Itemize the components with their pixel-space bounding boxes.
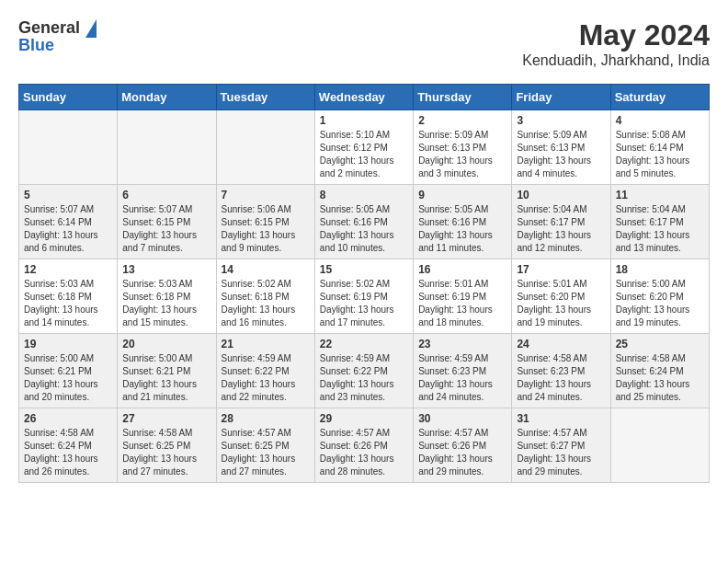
table-row: 11Sunrise: 5:04 AMSunset: 6:17 PMDayligh… [610,185,709,259]
calendar-week-row: 12Sunrise: 5:03 AMSunset: 6:18 PMDayligh… [19,259,710,334]
day-number: 6 [122,189,210,201]
logo: General Blue [18,18,97,55]
table-row [610,408,709,483]
table-row: 16Sunrise: 5:01 AMSunset: 6:19 PMDayligh… [414,259,512,334]
day-info: Sunrise: 4:57 AMSunset: 6:25 PMDaylight:… [222,427,310,478]
day-info: Sunrise: 4:57 AMSunset: 6:26 PMDaylight:… [418,427,506,478]
day-number: 4 [616,114,704,127]
day-info: Sunrise: 5:02 AMSunset: 6:18 PMDaylight:… [222,278,310,329]
table-row: 5Sunrise: 5:07 AMSunset: 6:14 PMDaylight… [19,185,118,259]
day-number: 1 [320,114,408,127]
table-row: 15Sunrise: 5:02 AMSunset: 6:19 PMDayligh… [314,259,413,334]
day-info: Sunrise: 5:07 AMSunset: 6:14 PMDaylight:… [24,203,112,255]
table-row: 18Sunrise: 5:00 AMSunset: 6:20 PMDayligh… [610,259,709,334]
table-row: 14Sunrise: 5:02 AMSunset: 6:18 PMDayligh… [216,259,314,334]
day-number: 23 [418,338,506,350]
table-row: 12Sunrise: 5:03 AMSunset: 6:18 PMDayligh… [19,259,118,334]
header-sunday: Sunday [19,85,118,110]
day-number: 9 [418,189,506,201]
day-info: Sunrise: 5:01 AMSunset: 6:20 PMDaylight:… [517,278,605,329]
day-number: 18 [616,263,704,276]
day-number: 10 [517,189,605,201]
title-section: May 2024 Kenduadih, Jharkhand, India [522,18,710,69]
day-info: Sunrise: 5:02 AMSunset: 6:19 PMDaylight:… [320,278,408,329]
day-info: Sunrise: 5:03 AMSunset: 6:18 PMDaylight:… [24,278,112,329]
calendar-week-row: 1Sunrise: 5:10 AMSunset: 6:12 PMDaylight… [19,110,710,185]
table-row: 31Sunrise: 4:57 AMSunset: 6:27 PMDayligh… [512,408,610,483]
table-row: 30Sunrise: 4:57 AMSunset: 6:26 PMDayligh… [414,408,512,483]
day-number: 27 [122,412,210,425]
day-number: 14 [222,263,310,276]
day-info: Sunrise: 4:57 AMSunset: 6:26 PMDaylight:… [320,427,408,478]
day-info: Sunrise: 5:10 AMSunset: 6:12 PMDaylight:… [320,129,408,180]
table-row: 22Sunrise: 4:59 AMSunset: 6:22 PMDayligh… [314,334,413,408]
day-info: Sunrise: 5:03 AMSunset: 6:18 PMDaylight:… [122,278,210,329]
table-row: 4Sunrise: 5:08 AMSunset: 6:14 PMDaylight… [610,110,709,185]
day-number: 29 [320,412,408,425]
day-number: 22 [320,338,408,350]
table-row: 2Sunrise: 5:09 AMSunset: 6:13 PMDaylight… [414,110,512,185]
table-row: 28Sunrise: 4:57 AMSunset: 6:25 PMDayligh… [216,408,314,483]
day-info: Sunrise: 5:00 AMSunset: 6:21 PMDaylight:… [24,352,112,404]
calendar-week-row: 26Sunrise: 4:58 AMSunset: 6:24 PMDayligh… [19,408,710,483]
table-row: 6Sunrise: 5:07 AMSunset: 6:15 PMDaylight… [118,185,216,259]
day-info: Sunrise: 4:57 AMSunset: 6:27 PMDaylight:… [517,427,605,478]
table-row: 19Sunrise: 5:00 AMSunset: 6:21 PMDayligh… [19,334,118,408]
day-info: Sunrise: 4:58 AMSunset: 6:24 PMDaylight:… [24,427,112,478]
table-row: 7Sunrise: 5:06 AMSunset: 6:15 PMDaylight… [216,185,314,259]
day-number: 20 [122,338,210,350]
table-row: 9Sunrise: 5:05 AMSunset: 6:16 PMDaylight… [414,185,512,259]
header-thursday: Thursday [414,85,512,110]
day-number: 19 [24,338,112,350]
day-info: Sunrise: 5:08 AMSunset: 6:14 PMDaylight:… [616,129,704,180]
logo-general: General [18,18,80,38]
day-number: 11 [616,189,704,201]
day-info: Sunrise: 4:58 AMSunset: 6:23 PMDaylight:… [517,352,605,404]
table-row: 8Sunrise: 5:05 AMSunset: 6:16 PMDaylight… [314,185,413,259]
calendar-body: 1Sunrise: 5:10 AMSunset: 6:12 PMDaylight… [19,110,710,483]
table-row: 29Sunrise: 4:57 AMSunset: 6:26 PMDayligh… [314,408,413,483]
day-number: 21 [222,338,310,350]
table-row: 13Sunrise: 5:03 AMSunset: 6:18 PMDayligh… [118,259,216,334]
day-number: 8 [320,189,408,201]
day-number: 17 [517,263,605,276]
table-row [118,110,216,185]
day-info: Sunrise: 5:04 AMSunset: 6:17 PMDaylight:… [616,203,704,255]
day-info: Sunrise: 5:00 AMSunset: 6:20 PMDaylight:… [616,278,704,329]
day-number: 25 [616,338,704,350]
day-number: 28 [222,412,310,425]
day-info: Sunrise: 5:05 AMSunset: 6:16 PMDaylight:… [320,203,408,255]
calendar-week-row: 19Sunrise: 5:00 AMSunset: 6:21 PMDayligh… [19,334,710,408]
logo-triangle [85,19,97,38]
day-number: 5 [24,189,112,201]
day-number: 15 [320,263,408,276]
day-number: 16 [418,263,506,276]
header-wednesday: Wednesday [314,85,413,110]
calendar-table: Sunday Monday Tuesday Wednesday Thursday… [18,84,710,483]
day-info: Sunrise: 5:01 AMSunset: 6:19 PMDaylight:… [418,278,506,329]
header-friday: Friday [512,85,610,110]
day-number: 7 [222,189,310,201]
page-header: General Blue May 2024 Kenduadih, Jharkha… [18,18,710,69]
month-year: May 2024 [522,18,710,52]
day-number: 12 [24,263,112,276]
table-row: 21Sunrise: 4:59 AMSunset: 6:22 PMDayligh… [216,334,314,408]
header-row: Sunday Monday Tuesday Wednesday Thursday… [19,85,710,110]
day-number: 30 [418,412,506,425]
table-row: 25Sunrise: 4:58 AMSunset: 6:24 PMDayligh… [610,334,709,408]
day-info: Sunrise: 4:59 AMSunset: 6:22 PMDaylight:… [320,352,408,404]
day-info: Sunrise: 5:05 AMSunset: 6:16 PMDaylight:… [418,203,506,255]
day-info: Sunrise: 4:59 AMSunset: 6:22 PMDaylight:… [222,352,310,404]
table-row: 17Sunrise: 5:01 AMSunset: 6:20 PMDayligh… [512,259,610,334]
calendar-week-row: 5Sunrise: 5:07 AMSunset: 6:14 PMDaylight… [19,185,710,259]
day-info: Sunrise: 4:58 AMSunset: 6:24 PMDaylight:… [616,352,704,404]
day-info: Sunrise: 4:58 AMSunset: 6:25 PMDaylight:… [122,427,210,478]
table-row: 10Sunrise: 5:04 AMSunset: 6:17 PMDayligh… [512,185,610,259]
day-info: Sunrise: 5:04 AMSunset: 6:17 PMDaylight:… [517,203,605,255]
table-row: 3Sunrise: 5:09 AMSunset: 6:13 PMDaylight… [512,110,610,185]
day-info: Sunrise: 4:59 AMSunset: 6:23 PMDaylight:… [418,352,506,404]
day-info: Sunrise: 5:06 AMSunset: 6:15 PMDaylight:… [222,203,310,255]
day-number: 24 [517,338,605,350]
table-row [19,110,118,185]
day-number: 3 [517,114,605,127]
